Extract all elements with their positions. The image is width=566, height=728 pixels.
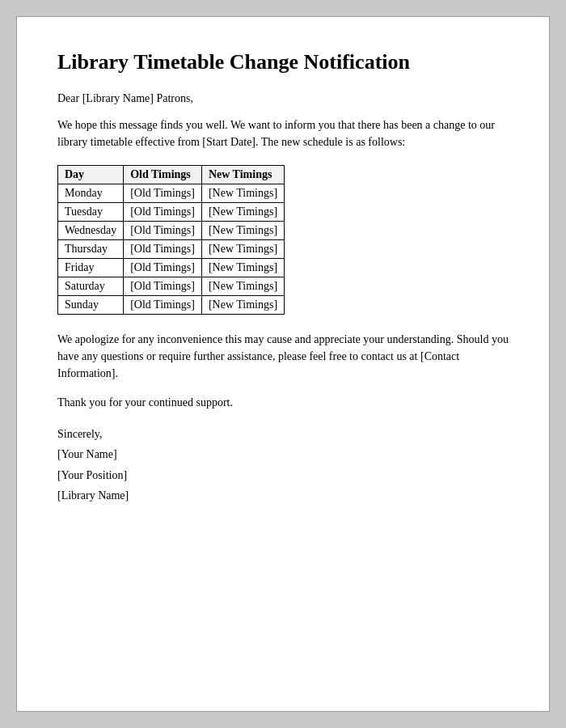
document-page: Library Timetable Change Notification De… xyxy=(16,16,550,712)
table-row: Thursday[Old Timings][New Timings] xyxy=(58,240,285,259)
table-row: Wednesday[Old Timings][New Timings] xyxy=(58,222,285,240)
table-cell-old: [Old Timings] xyxy=(124,259,202,277)
table-cell-day: Monday xyxy=(58,184,124,203)
table-cell-day: Friday xyxy=(58,259,124,277)
table-cell-old: [Old Timings] xyxy=(124,222,202,240)
table-cell-old: [Old Timings] xyxy=(124,277,202,296)
table-cell-new: [New Timings] xyxy=(201,184,284,203)
table-row: Sunday[Old Timings][New Timings] xyxy=(58,296,285,315)
table-cell-old: [Old Timings] xyxy=(124,240,202,259)
table-cell-day: Tuesday xyxy=(58,203,124,222)
col-header-old: Old Timings xyxy=(124,166,202,184)
table-cell-new: [New Timings] xyxy=(201,240,284,259)
table-cell-day: Wednesday xyxy=(58,222,124,240)
salutation: Dear [Library Name] Patrons, xyxy=(57,92,509,105)
table-cell-old: [Old Timings] xyxy=(124,184,202,203)
table-cell-day: Sunday xyxy=(58,296,124,315)
table-cell-new: [New Timings] xyxy=(201,296,284,315)
apology-paragraph: We apologize for any inconvenience this … xyxy=(57,331,509,382)
table-cell-new: [New Timings] xyxy=(201,277,284,296)
table-cell-new: [New Timings] xyxy=(201,203,284,222)
col-header-new: New Timings xyxy=(201,166,284,184)
col-header-day: Day xyxy=(58,166,124,184)
schedule-table: Day Old Timings New Timings Monday[Old T… xyxy=(57,165,285,315)
table-row: Monday[Old Timings][New Timings] xyxy=(58,184,285,203)
table-cell-old: [Old Timings] xyxy=(124,203,202,222)
page-title: Library Timetable Change Notification xyxy=(57,49,509,74)
closing-line1: Sincerely, xyxy=(57,424,509,444)
closing-line4: [Library Name] xyxy=(57,485,509,506)
table-row: Friday[Old Timings][New Timings] xyxy=(58,259,285,277)
table-row: Tuesday[Old Timings][New Timings] xyxy=(58,203,285,222)
table-cell-day: Thursday xyxy=(58,240,124,259)
table-cell-new: [New Timings] xyxy=(201,259,284,277)
closing-block: Sincerely, [Your Name] [Your Position] [… xyxy=(57,424,509,506)
intro-paragraph: We hope this message finds you well. We … xyxy=(57,116,509,150)
thank-you: Thank you for your continued support. xyxy=(57,396,509,409)
table-cell-day: Saturday xyxy=(58,277,124,296)
table-cell-old: [Old Timings] xyxy=(124,296,202,315)
closing-line2: [Your Name] xyxy=(57,444,509,464)
closing-line3: [Your Position] xyxy=(57,465,509,485)
table-cell-new: [New Timings] xyxy=(201,222,284,240)
table-row: Saturday[Old Timings][New Timings] xyxy=(58,277,285,296)
